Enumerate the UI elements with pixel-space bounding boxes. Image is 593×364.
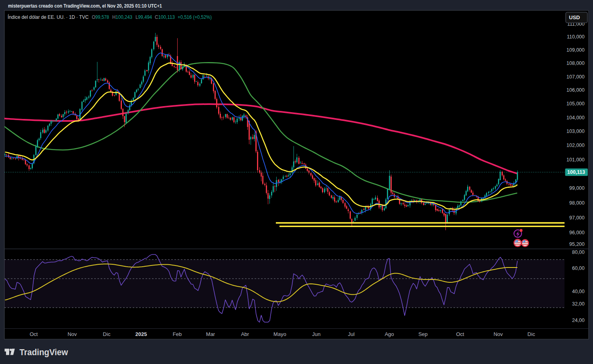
- svg-text:98,000: 98,000: [569, 200, 585, 206]
- svg-text:+0,516 (+0,52%): +0,516 (+0,52%): [178, 14, 212, 20]
- svg-text:Nov: Nov: [494, 331, 503, 337]
- svg-text:Feb: Feb: [173, 331, 182, 337]
- svg-text:L99,494: L99,494: [136, 14, 152, 20]
- svg-text:Jun: Jun: [312, 331, 321, 337]
- svg-text:Oct: Oct: [30, 331, 38, 337]
- svg-text:Dic: Dic: [103, 331, 111, 337]
- svg-text:106,000: 106,000: [567, 87, 585, 93]
- svg-text:USD: USD: [569, 14, 580, 20]
- svg-text:Jul: Jul: [348, 331, 355, 337]
- svg-text:101,000: 101,000: [567, 157, 585, 163]
- svg-text:105,000: 105,000: [567, 101, 585, 107]
- svg-text:Nov: Nov: [67, 331, 77, 337]
- svg-text:O99,578: O99,578: [92, 14, 109, 20]
- svg-text:Abr: Abr: [241, 331, 249, 337]
- svg-text:Dic: Dic: [528, 331, 535, 337]
- svg-text:32,00: 32,00: [572, 301, 585, 307]
- svg-text:97,000: 97,000: [569, 215, 585, 221]
- svg-text:Mar: Mar: [206, 331, 215, 337]
- svg-text:104,000: 104,000: [567, 115, 585, 121]
- svg-text:H100,243: H100,243: [112, 14, 132, 20]
- svg-text:110,000: 110,000: [567, 34, 585, 40]
- svg-text:102,000: 102,000: [567, 143, 585, 148]
- svg-text:2025: 2025: [136, 331, 147, 337]
- svg-text:Ago: Ago: [385, 331, 394, 337]
- svg-text:Oct: Oct: [456, 331, 464, 337]
- svg-text:96,000: 96,000: [569, 230, 585, 235]
- svg-text:60,00: 60,00: [572, 265, 585, 271]
- svg-text:103,000: 103,000: [567, 129, 585, 134]
- svg-text:100,113: 100,113: [567, 169, 585, 175]
- svg-text:107,000: 107,000: [567, 74, 585, 80]
- svg-text:Sep: Sep: [418, 331, 427, 337]
- svg-text:99,000: 99,000: [569, 185, 585, 191]
- svg-text:108,000: 108,000: [567, 60, 585, 66]
- svg-text:TradingView: TradingView: [20, 347, 69, 357]
- svg-text:Mayo: Mayo: [273, 331, 286, 337]
- svg-text:80,00: 80,00: [572, 249, 585, 255]
- svg-text:C100,113: C100,113: [155, 14, 175, 20]
- svg-text:misterpuertas creado con Tradi: misterpuertas creado con TradingView.com…: [8, 3, 162, 9]
- svg-text:109,000: 109,000: [567, 47, 585, 53]
- svg-text:40,00: 40,00: [572, 289, 585, 294]
- svg-text:Índice del dólar de EE. UU. ·: Índice del dólar de EE. UU. · 1D · TVC: [8, 14, 89, 20]
- svg-text:95,200: 95,200: [569, 241, 585, 247]
- svg-text:24,00: 24,00: [572, 318, 585, 323]
